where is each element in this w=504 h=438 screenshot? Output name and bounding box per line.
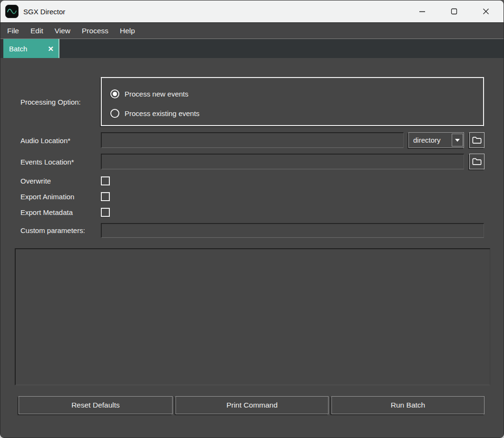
radio-process-new-events[interactable]: Process new events: [110, 88, 188, 99]
minimize-icon: [419, 8, 426, 15]
tab-batch-label: Batch: [9, 45, 27, 53]
menu-view[interactable]: View: [49, 23, 76, 39]
close-button[interactable]: [470, 2, 502, 21]
radio-icon[interactable]: [110, 89, 119, 98]
radio-process-existing-events-label: Process existing events: [125, 109, 200, 117]
audio-location-browse-button[interactable]: [469, 132, 485, 148]
radio-icon[interactable]: [110, 109, 119, 118]
menubar: File Edit View Process Help: [0, 22, 504, 39]
overwrite-label: Overwrite: [20, 176, 51, 186]
window-title: SGX Director: [23, 8, 65, 16]
chevron-down-icon: [455, 139, 460, 144]
minimize-button[interactable]: [406, 2, 438, 21]
tabbar: Batch ✕: [0, 39, 504, 58]
export-metadata-checkbox[interactable]: [101, 208, 110, 217]
menu-file[interactable]: File: [1, 23, 25, 39]
window-controls: [406, 0, 502, 22]
app-window: SGX Director File Edit View: [0, 0, 504, 438]
tab-batch[interactable]: Batch ✕: [3, 39, 59, 58]
app-logo-sine-wave-icon: [5, 5, 19, 18]
custom-parameters-input[interactable]: [101, 223, 484, 238]
reset-defaults-button[interactable]: Reset Defaults: [19, 396, 173, 414]
menu-process[interactable]: Process: [76, 23, 114, 39]
titlebar: SGX Director: [0, 0, 504, 22]
export-metadata-label: Export Metadata: [20, 208, 73, 217]
folder-icon: [472, 157, 482, 165]
export-animation-checkbox[interactable]: [101, 192, 110, 201]
processing-option-group: Process new events Process existing even…: [101, 77, 484, 126]
audio-location-input[interactable]: [101, 132, 404, 148]
tab-close-icon[interactable]: ✕: [48, 45, 54, 52]
menu-help[interactable]: Help: [114, 23, 141, 39]
audio-location-mode-dropdown[interactable]: directory: [408, 132, 464, 148]
export-animation-label: Export Animation: [20, 192, 74, 202]
events-location-input[interactable]: [101, 154, 464, 169]
batch-panel: Processing Option: Process new events Pr…: [0, 58, 504, 438]
print-command-button[interactable]: Print Command: [175, 396, 329, 414]
events-location-browse-button[interactable]: [469, 154, 485, 169]
dropdown-arrow-button[interactable]: [452, 134, 463, 146]
processing-option-label: Processing Option:: [20, 97, 81, 107]
close-icon: [483, 8, 489, 15]
overwrite-checkbox[interactable]: [101, 176, 110, 185]
radio-process-new-events-label: Process new events: [125, 90, 188, 98]
maximize-icon: [451, 8, 457, 15]
folder-icon: [472, 136, 482, 144]
radio-process-existing-events[interactable]: Process existing events: [110, 107, 200, 119]
maximize-button[interactable]: [438, 2, 470, 21]
dropdown-selected-value: directory: [413, 136, 452, 144]
events-location-label: Events Location*: [20, 157, 74, 167]
batch-log-output[interactable]: [15, 248, 490, 385]
run-batch-button[interactable]: Run Batch: [331, 396, 485, 414]
custom-parameters-label: Custom parameters:: [20, 226, 85, 235]
audio-location-label: Audio Location*: [20, 136, 70, 146]
menu-edit[interactable]: Edit: [25, 23, 49, 39]
